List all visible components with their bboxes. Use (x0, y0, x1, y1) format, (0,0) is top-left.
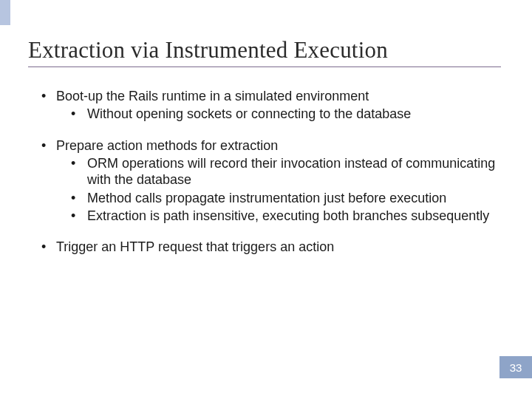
sub-list: Without opening sockets or connecting to… (56, 106, 501, 122)
page-number: 33 (510, 361, 522, 374)
sub-list-item: Method calls propagate instrumentation j… (71, 190, 501, 206)
list-item: Prepare action methods for extraction OR… (41, 137, 501, 225)
list-item-text: Boot-up the Rails runtime in a simulated… (56, 89, 369, 103)
list-item: Trigger an HTTP request that triggers an… (41, 239, 501, 255)
sub-list: ORM operations will record their invocat… (56, 155, 501, 224)
sub-list-item: Without opening sockets or connecting to… (71, 106, 501, 122)
list-item-text: Trigger an HTTP request that triggers an… (56, 239, 334, 254)
list-item: Boot-up the Rails runtime in a simulated… (41, 88, 501, 123)
page-number-badge: 33 (499, 356, 532, 378)
title-underline (28, 66, 501, 67)
sub-list-item: Extraction is path insensitive, executin… (71, 208, 501, 224)
slide-body: Extraction via Instrumented Execution Bo… (0, 0, 532, 256)
bullet-list: Boot-up the Rails runtime in a simulated… (28, 88, 501, 256)
list-item-text: Prepare action methods for extraction (56, 138, 278, 153)
accent-bar (0, 0, 10, 25)
slide-title: Extraction via Instrumented Execution (28, 37, 501, 64)
sub-list-item: ORM operations will record their invocat… (71, 155, 501, 188)
